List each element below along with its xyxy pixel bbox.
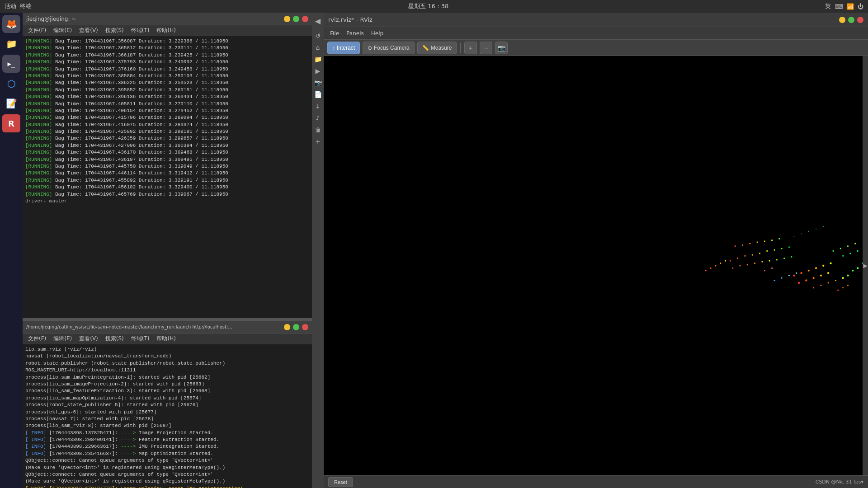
svg-point-14 xyxy=(761,261,763,263)
t2-menu-help[interactable]: 帮助(H) xyxy=(154,334,178,343)
camera-button[interactable]: 📷 xyxy=(495,42,508,54)
terminal-1-body[interactable]: [RUNNING] Bag Time: 1704431967.356087 Du… xyxy=(23,36,312,318)
t1-menu-help[interactable]: 帮助(H) xyxy=(154,26,178,35)
terminal-2-menu: 文件(F) 编辑(E) 查看(V) 搜索(S) 终端(T) 帮助(H) xyxy=(23,333,312,344)
reset-button[interactable]: Reset xyxy=(328,477,353,487)
dock-icon-terminal[interactable]: ▶_ xyxy=(2,55,20,73)
svg-point-66 xyxy=(781,277,783,278)
svg-point-6 xyxy=(766,250,768,252)
t2-menu-view[interactable]: 查看(V) xyxy=(76,334,101,343)
svg-point-51 xyxy=(808,231,809,232)
interact-label: Interact xyxy=(337,45,355,51)
svg-point-27 xyxy=(800,272,802,274)
rviz-menu-file[interactable]: File xyxy=(327,29,342,38)
svg-point-55 xyxy=(820,285,821,286)
terminal-2-minimize[interactable] xyxy=(284,324,290,330)
side-icon-video[interactable]: ▶ xyxy=(313,66,323,76)
terminal-2-controls xyxy=(284,324,308,330)
t1-menu-view[interactable]: 查看(V) xyxy=(76,26,101,35)
rviz-right-collapse[interactable]: ▶ xyxy=(863,56,868,475)
svg-point-63 xyxy=(847,275,849,277)
t2-menu-edit[interactable]: 编辑(E) xyxy=(51,334,75,343)
rviz-menu-panels[interactable]: Panels xyxy=(344,29,367,38)
svg-point-15 xyxy=(769,260,770,262)
rviz-viewport[interactable]: ▶ xyxy=(324,56,868,475)
side-icon-music[interactable]: ♪ xyxy=(313,113,323,123)
zoom-out-button[interactable]: − xyxy=(480,42,492,54)
terminal-1-close[interactable] xyxy=(302,16,308,22)
svg-point-56 xyxy=(828,282,829,283)
side-icon-download[interactable]: ↓ xyxy=(313,101,323,111)
side-icon-camera[interactable]: 📷 xyxy=(313,78,323,88)
side-icon-folder[interactable]: 📁 xyxy=(313,54,323,64)
t1-menu-file[interactable]: 文件(F) xyxy=(25,26,49,35)
measure-button[interactable]: 📏 Measure xyxy=(417,42,457,54)
rviz-close[interactable] xyxy=(857,17,863,23)
terminal-1-minimize[interactable] xyxy=(284,16,290,22)
svg-point-61 xyxy=(852,270,854,272)
rviz-minimize[interactable] xyxy=(839,17,845,23)
zoom-in-button[interactable]: + xyxy=(464,42,477,54)
dock-icon-vscode[interactable]: ⬡ xyxy=(2,75,20,93)
svg-rect-0 xyxy=(324,94,863,437)
terminal-1: jieqing@jieqing: ~ 文件(F) 编辑(E) 查看(V) 搜索(… xyxy=(23,13,312,318)
svg-point-54 xyxy=(813,287,814,288)
svg-point-24 xyxy=(771,239,773,241)
t2-menu-search[interactable]: 搜索(S) xyxy=(103,334,127,343)
svg-point-3 xyxy=(744,255,745,257)
activities-label[interactable]: 活动 xyxy=(5,2,16,10)
interact-button[interactable]: ↕ Interact xyxy=(327,42,360,54)
terminal-1-titlebar: jieqing@jieqing: ~ xyxy=(23,13,312,25)
svg-point-57 xyxy=(835,280,836,281)
terminal-2-maximize[interactable] xyxy=(293,324,299,330)
terminal-2-close[interactable] xyxy=(302,324,308,330)
dock-icon-files[interactable]: 📁 xyxy=(2,35,20,53)
dock-icon-rviz[interactable]: R xyxy=(2,114,20,132)
rviz-statusbar: Reset CSDN @Nic 31 fps▾ xyxy=(324,475,868,488)
dock-icon-firefox[interactable]: 🦊 xyxy=(2,15,20,33)
t1-menu-edit[interactable]: 编辑(E) xyxy=(51,26,75,35)
side-icon-trash[interactable]: 🗑 xyxy=(313,125,323,135)
rviz-menu-help[interactable]: Help xyxy=(368,29,386,38)
terminal-2-titlebar: /home/jieqing/catkin_ws/src/lio-sam-note… xyxy=(23,321,312,333)
svg-point-39 xyxy=(857,250,859,252)
svg-point-11 xyxy=(739,265,741,266)
terminal-2-body[interactable]: lio_sam_rviz (rviz/rviz) navsat (robot_l… xyxy=(23,344,312,488)
side-panel-collapse[interactable]: ◀ xyxy=(313,16,322,25)
viewport-3d[interactable] xyxy=(324,56,863,475)
svg-point-50 xyxy=(801,233,802,234)
side-icon-home[interactable]: ⌂ xyxy=(313,42,323,52)
side-icon-add[interactable]: + xyxy=(313,136,323,146)
focus-camera-button[interactable]: ⊙ Focus Camera xyxy=(363,42,415,54)
side-icon-file[interactable]: 📄 xyxy=(313,89,323,99)
svg-point-49 xyxy=(793,236,794,237)
svg-point-60 xyxy=(847,285,849,286)
svg-point-9 xyxy=(788,246,790,248)
svg-point-34 xyxy=(812,277,814,279)
side-icon-refresh[interactable]: ↺ xyxy=(313,31,323,41)
rviz-toolbar: ↕ Interact ⊙ Focus Camera 📏 Measure + − … xyxy=(324,40,868,56)
svg-point-44 xyxy=(705,270,707,271)
svg-point-26 xyxy=(793,275,795,277)
terminal-label[interactable]: 终端 xyxy=(20,2,32,10)
svg-point-4 xyxy=(752,254,753,256)
dock-icon-text-editor[interactable]: 📝 xyxy=(2,94,20,113)
terminal-1-controls xyxy=(284,16,308,22)
t1-menu-terminal[interactable]: 终端(T) xyxy=(128,26,152,35)
svg-point-48 xyxy=(725,260,726,262)
svg-point-52 xyxy=(816,229,816,230)
status-left: Reset xyxy=(328,477,353,487)
svg-point-17 xyxy=(783,258,785,259)
t1-menu-search[interactable]: 搜索(S) xyxy=(103,26,127,35)
t2-menu-terminal[interactable]: 终端(T) xyxy=(128,334,152,343)
measure-icon: 📏 xyxy=(422,45,429,51)
svg-point-42 xyxy=(847,245,849,247)
system-bar-center: 星期五 16：38 xyxy=(408,2,448,10)
svg-point-43 xyxy=(854,243,856,244)
terminal-1-maximize[interactable] xyxy=(293,16,299,22)
svg-point-46 xyxy=(715,265,716,266)
svg-point-41 xyxy=(840,248,841,249)
svg-point-53 xyxy=(823,226,824,227)
t2-menu-file[interactable]: 文件(F) xyxy=(25,334,49,343)
rviz-maximize[interactable] xyxy=(848,17,854,23)
